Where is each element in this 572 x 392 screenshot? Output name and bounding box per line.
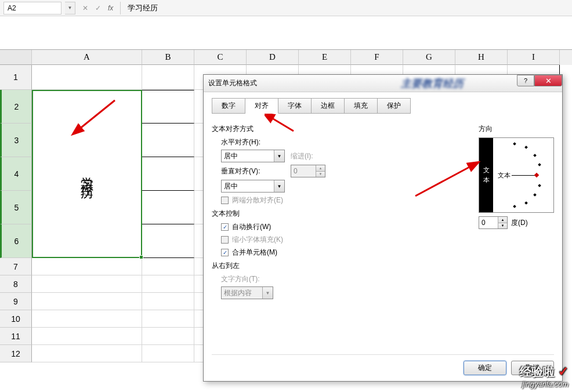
cell[interactable] [32, 328, 142, 345]
col-header-E[interactable]: E [299, 50, 351, 65]
cell[interactable] [142, 157, 194, 191]
tab-fill[interactable]: 填充 [345, 98, 378, 114]
cell[interactable] [142, 124, 194, 157]
chevron-down-icon: ▼ [274, 180, 284, 192]
cell[interactable] [142, 328, 194, 345]
cell[interactable] [142, 258, 194, 275]
fill-handle[interactable] [139, 255, 143, 259]
orientation-label: 方向 [479, 124, 554, 134]
cell-ref-dropdown[interactable]: ▼ [65, 2, 75, 14]
tab-border[interactable]: 边框 [312, 98, 345, 114]
col-header-H[interactable]: H [455, 50, 508, 65]
spin-up-icon[interactable]: ▲ [498, 217, 507, 223]
merged-cell-A2-A6[interactable]: 学习经历 [32, 90, 142, 258]
row-header-1[interactable]: 1 [0, 65, 32, 90]
row-header-11[interactable]: 11 [0, 328, 32, 345]
orientation-dial-text: 文本 [498, 171, 511, 180]
justify-checkbox [221, 197, 229, 204]
row-header-12[interactable]: 12 [0, 345, 32, 362]
merge-label: 合并单元格(M) [232, 248, 277, 257]
degree-spinner[interactable]: 0 ▲▼ [479, 216, 508, 229]
cell[interactable] [142, 90, 194, 124]
v-align-select[interactable]: 居中 ▼ [221, 180, 285, 193]
spin-up-icon[interactable]: ▲ [316, 165, 325, 172]
check-icon: ✓ [558, 364, 569, 379]
row-header-6[interactable]: 6 [0, 224, 32, 258]
v-align-label: 垂直对齐(V): [221, 166, 285, 176]
spin-down-icon[interactable]: ▼ [316, 172, 325, 177]
section-text-control: 文本控制 [212, 209, 467, 219]
cell[interactable] [142, 310, 194, 328]
col-header-B[interactable]: B [142, 50, 194, 65]
cell[interactable] [142, 275, 194, 293]
tab-font[interactable]: 字体 [278, 98, 312, 114]
shrink-checkbox [221, 236, 229, 244]
select-all-corner[interactable] [0, 50, 32, 65]
watermark: 经验啦 ✓ jingyanla.com [520, 364, 569, 389]
h-align-label: 水平对齐(H): [221, 137, 467, 147]
formula-content[interactable]: 学习经历 [121, 3, 165, 13]
orientation-dial[interactable]: 文本 [493, 138, 553, 212]
col-header-A[interactable]: A [32, 50, 142, 65]
tab-protection[interactable]: 保护 [378, 98, 411, 114]
cancel-formula-icon[interactable]: ✕ [80, 4, 90, 12]
row-header-3[interactable]: 3 [0, 124, 32, 157]
dialog-tabs: 数字 对齐 字体 边框 填充 保护 [212, 98, 554, 114]
tab-alignment[interactable]: 对齐 [245, 98, 278, 114]
col-header-G[interactable]: G [403, 50, 455, 65]
formula-bar: A2 ▼ ✕ ✓ fx 学习经历 [0, 0, 572, 16]
cell[interactable] [32, 310, 142, 328]
row-header-7[interactable]: 7 [0, 258, 32, 275]
merge-checkbox[interactable]: ✓ [221, 249, 229, 256]
cell[interactable] [32, 65, 142, 90]
cell[interactable] [142, 293, 194, 310]
wrap-checkbox[interactable]: ✓ [221, 223, 229, 231]
row-header-8[interactable]: 8 [0, 275, 32, 293]
col-header-D[interactable]: D [247, 50, 299, 65]
degree-label: 度(D) [511, 218, 528, 228]
cell[interactable] [142, 224, 194, 258]
cell[interactable] [142, 191, 194, 224]
orientation-vertical-button[interactable]: 文本 [479, 138, 493, 212]
row-header-10[interactable]: 10 [0, 310, 32, 328]
merged-cell-text: 学习经历 [78, 167, 96, 181]
ok-button[interactable]: 确定 [464, 361, 506, 375]
chevron-down-icon: ▼ [274, 150, 284, 162]
col-header-F[interactable]: F [351, 50, 403, 65]
col-header-C[interactable]: C [194, 50, 247, 65]
fx-controls: ✕ ✓ fx [75, 2, 121, 14]
format-cells-dialog: 设置单元格格式 主要教育经历 ? ✕ 数字 对齐 字体 边框 填充 保护 文本对… [203, 74, 563, 382]
section-rtl: 从右到左 [212, 261, 467, 271]
fx-icon[interactable]: fx [106, 4, 115, 12]
confirm-formula-icon[interactable]: ✓ [93, 4, 103, 12]
indent-label: 缩进(I): [291, 151, 313, 161]
direction-label: 文字方向(T): [221, 274, 467, 284]
indent-spinner[interactable]: 0 ▲▼ [291, 165, 325, 177]
help-button[interactable]: ? [517, 75, 534, 86]
cell[interactable] [32, 345, 142, 362]
row-header-2[interactable]: 2 [0, 90, 32, 124]
direction-select: 根据内容 ▼ [221, 286, 273, 299]
cell[interactable] [32, 275, 142, 293]
tab-number[interactable]: 数字 [212, 98, 245, 114]
row-header-9[interactable]: 9 [0, 293, 32, 310]
column-headers: A B C D E F G H I [0, 50, 572, 65]
row-header-4[interactable]: 4 [0, 157, 32, 191]
section-alignment: 文本对齐方式 [212, 124, 467, 134]
h-align-select[interactable]: 居中 ▼ [221, 150, 285, 162]
cell[interactable] [32, 258, 142, 275]
orientation-control[interactable]: 文本 文本 [479, 137, 554, 213]
shrink-label: 缩小字体填充(K) [232, 235, 283, 245]
wrap-label: 自动换行(W) [232, 222, 271, 232]
cell[interactable] [142, 65, 194, 90]
cell[interactable] [32, 293, 142, 310]
dialog-footer: 确定 取消 [212, 354, 554, 375]
cell[interactable] [142, 345, 194, 362]
col-header-I[interactable]: I [508, 50, 560, 65]
spin-down-icon[interactable]: ▼ [498, 223, 507, 229]
close-button[interactable]: ✕ [534, 75, 562, 86]
row-header-5[interactable]: 5 [0, 191, 32, 224]
dialog-body: 数字 对齐 字体 边框 填充 保护 文本对齐方式 水平对齐(H): 居中 ▼ 缩… [204, 92, 562, 381]
cell-reference-box[interactable]: A2 [3, 2, 61, 14]
dialog-titlebar[interactable]: 设置单元格格式 主要教育经历 ? ✕ [204, 75, 562, 92]
